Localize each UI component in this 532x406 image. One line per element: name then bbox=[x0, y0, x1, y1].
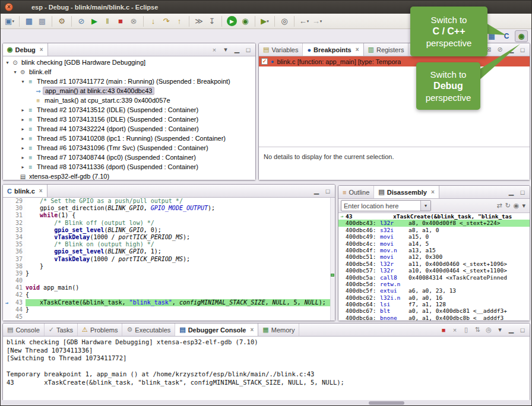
disassembly-row[interactable]: 400dbc5a:call80x40084314 <xTaskCreatePin… bbox=[338, 274, 530, 281]
new-wizard-icon[interactable]: ▣▾ bbox=[4, 15, 15, 27]
console-line[interactable]: [New Thread 1073411336] bbox=[7, 347, 526, 355]
save-all-icon[interactable]: ▩ bbox=[36, 15, 48, 27]
instruction-stepping-icon[interactable]: ≫ bbox=[193, 15, 205, 27]
minimize-icon[interactable]: ▁ bbox=[507, 188, 515, 196]
code-line[interactable]: 42{ bbox=[3, 291, 330, 299]
code-line[interactable]: 45 bbox=[3, 313, 330, 321]
disassembly-list[interactable]: ⇒43 xTaskCreate(&blink_task, "blink_tas4… bbox=[338, 213, 530, 321]
tree-expand-arrow[interactable]: ▸ bbox=[20, 164, 26, 170]
external-tools-icon[interactable]: ▶▾ bbox=[259, 15, 271, 27]
disassembly-row[interactable]: 400dbc4c:movia14, 5 bbox=[338, 240, 530, 247]
maximize-icon[interactable]: □ bbox=[324, 188, 332, 195]
code-line[interactable]: 41void app_main() bbox=[3, 284, 330, 291]
disassembly-row[interactable]: 400dbc64:lsif7, a1, 128 bbox=[338, 301, 530, 307]
dropdown-icon[interactable]: ▾ bbox=[12, 19, 14, 24]
run-icon[interactable]: ▶ bbox=[227, 16, 237, 26]
debug-tree-item[interactable]: ≡main_task() at cpu_start.c:339 0x400d05… bbox=[3, 96, 255, 105]
debug-tree-item[interactable]: ▸≡Thread #8 1073411336 (dport) (Suspende… bbox=[3, 162, 255, 172]
close-tab-icon[interactable]: × bbox=[39, 188, 43, 194]
horizontal-scrollbar[interactable] bbox=[369, 401, 404, 405]
debug-icon[interactable]: ◉ bbox=[239, 15, 251, 27]
code-line[interactable]: 39} bbox=[3, 270, 330, 277]
disassembly-row[interactable]: 400dbc43:l32ra8, 0x400d00f8 <_stext+224> bbox=[338, 220, 530, 226]
overview-ruler[interactable] bbox=[330, 198, 335, 321]
tree-expand-arrow[interactable]: ▾ bbox=[4, 60, 11, 65]
debug-tree-item[interactable]: ⇒app_main() at blink.c:43 0x400dbc43 bbox=[3, 86, 255, 96]
tab-variables[interactable]: ▤Variables bbox=[259, 43, 303, 56]
close-tab-icon[interactable]: × bbox=[356, 46, 359, 53]
disassembly-row[interactable]: 400dbc67:blta0, a1, 0x400dbc81 <__adddf3… bbox=[338, 307, 530, 314]
tree-expand-arrow[interactable]: ▸ bbox=[20, 136, 26, 141]
close-tab-icon[interactable]: × bbox=[250, 326, 254, 333]
code-line[interactable]: 37 vTaskDelay(1000 / portTICK_PERIOD_MS)… bbox=[3, 256, 330, 263]
disconnect-icon[interactable]: ⊗ bbox=[128, 15, 140, 27]
location-combo[interactable]: ▾ bbox=[341, 200, 431, 211]
tab-debugger-console[interactable]: ▤Debugger Console× bbox=[175, 323, 258, 336]
location-input[interactable] bbox=[341, 201, 420, 211]
debug-tree-item[interactable]: ▸≡Thread #5 1073410208 (ipc1 : Running) … bbox=[3, 134, 255, 143]
tab-executables[interactable]: ⚙Executables bbox=[122, 323, 175, 336]
maximize-icon[interactable]: □ bbox=[518, 189, 527, 196]
dropdown-icon[interactable]: ▾ bbox=[320, 19, 322, 24]
tab-tasks[interactable]: ✓Tasks bbox=[45, 323, 78, 336]
tree-expand-arrow[interactable]: ▸ bbox=[20, 107, 26, 113]
pin-console-icon[interactable]: ◎ bbox=[484, 326, 493, 334]
tab-registers[interactable]: ▥Registers bbox=[364, 43, 409, 56]
location-combo-dropdown-icon[interactable]: ▾ bbox=[420, 201, 430, 211]
code-line[interactable]: 38 } bbox=[3, 263, 330, 270]
step-into-icon[interactable]: ↓ bbox=[147, 15, 159, 27]
step-over-icon[interactable]: ↷ bbox=[160, 15, 172, 27]
tab-debug[interactable]: ◉Debug× bbox=[3, 43, 48, 56]
tree-expand-arrow[interactable]: ▾ bbox=[20, 79, 26, 84]
forward-icon[interactable]: →▾ bbox=[311, 15, 323, 27]
breakpoint-checkbox[interactable]: ✓ bbox=[261, 58, 268, 65]
disassembly-row[interactable]: 400dbc62:l32i.na0, a0, 16 bbox=[338, 294, 530, 301]
tree-expand-arrow[interactable]: ▸ bbox=[20, 155, 26, 160]
pin-view-icon[interactable]: ◉ bbox=[514, 202, 520, 210]
console-line[interactable]: Temporary breakpoint 1, app_main () at /… bbox=[7, 370, 526, 379]
close-tab-icon[interactable]: × bbox=[431, 189, 435, 195]
minimize-icon[interactable]: ▁ bbox=[233, 46, 241, 53]
code-line[interactable]: 40 bbox=[3, 277, 330, 284]
refresh-view-icon[interactable]: ↻ bbox=[505, 202, 511, 210]
save-icon[interactable]: ▦ bbox=[23, 15, 35, 27]
skip-breakpoints-icon[interactable]: ⊘ bbox=[75, 15, 87, 27]
code-line[interactable]: 34 vTaskDelay(1000 / portTICK_PERIOD_MS)… bbox=[3, 234, 330, 241]
tree-expand-arrow[interactable]: ▸ bbox=[20, 145, 26, 151]
view-menu-icon[interactable]: ▾ bbox=[221, 46, 230, 53]
terminate-icon[interactable]: ■ bbox=[115, 15, 126, 27]
code-line[interactable]: ⇒43 xTaskCreate(&blink_task, "blink_task… bbox=[3, 299, 330, 306]
console-line[interactable]: 43 xTaskCreate(&blink_task, "blink_task"… bbox=[7, 379, 526, 387]
tab-disassembly[interactable]: ▤Disassembly× bbox=[374, 186, 439, 198]
disassembly-row[interactable]: 400dbc51:movia12, 0x300 bbox=[338, 253, 530, 260]
debug-tree-item[interactable]: ▸≡Thread #2 1073413512 (IDLE) (Suspended… bbox=[3, 105, 255, 115]
debug-tree-item[interactable]: ▤xtensa-esp32-elf-gdb (7.10) bbox=[3, 172, 255, 180]
code-editor[interactable]: 29 /* Set the GPIO as a push/pull output… bbox=[3, 198, 330, 321]
tree-expand-arrow[interactable]: ▾ bbox=[12, 69, 18, 75]
debug-perspective-icon[interactable]: ◉ bbox=[515, 30, 528, 42]
search-icon[interactable]: ◎ bbox=[278, 15, 290, 27]
disassembly-row[interactable]: 400dbc54:l32ra11, 0x400d0460 <_stext+109… bbox=[338, 261, 530, 267]
code-line[interactable]: 33 gpio_set_level(BLINK_GPIO, 0); bbox=[3, 227, 330, 234]
maximize-icon[interactable]: □ bbox=[244, 46, 252, 53]
build-icon[interactable]: ⚙ bbox=[56, 15, 68, 27]
code-line[interactable]: 29 /* Set the GPIO as a push/pull output… bbox=[3, 198, 330, 205]
tab-blink-c[interactable]: Cblink.c× bbox=[3, 185, 48, 197]
tree-expand-arrow[interactable]: ▸ bbox=[20, 126, 26, 132]
disassembly-row[interactable]: 400dbc5f:extuia6, a0, 23, 13 bbox=[338, 287, 530, 294]
clear-console-icon[interactable]: ▯ bbox=[462, 326, 470, 334]
disassembly-row[interactable]: 400dbc49:movia15, 0 bbox=[338, 233, 530, 240]
tab-memory[interactable]: ▦Memory bbox=[258, 323, 299, 336]
back-icon[interactable]: ←▾ bbox=[298, 15, 310, 27]
debugger-console-output[interactable]: blink checking [GDB Hardware Debugging] … bbox=[3, 337, 530, 401]
console-line[interactable] bbox=[7, 363, 526, 371]
tab-breakpoints[interactable]: ●Breakpoints× bbox=[303, 43, 363, 56]
terminate-icon[interactable]: ■ bbox=[439, 326, 448, 334]
debug-tree-item[interactable]: ▾⊙blink checking [GDB Hardware Debugging… bbox=[3, 58, 255, 67]
disassembly-row[interactable]: 400dbc6a:bnonea0, a1, 0x400dbc8b <__addd… bbox=[338, 315, 530, 321]
tab-console[interactable]: ▤Console bbox=[3, 323, 45, 336]
resume-icon[interactable]: ▶ bbox=[88, 15, 100, 27]
code-line[interactable]: 30 gpio_set_direction(BLINK_GPIO, GPIO_M… bbox=[3, 205, 330, 212]
window-close-button[interactable]: × bbox=[5, 3, 13, 11]
console-line[interactable]: blink checking [GDB Hardware Debugging] … bbox=[7, 338, 526, 347]
